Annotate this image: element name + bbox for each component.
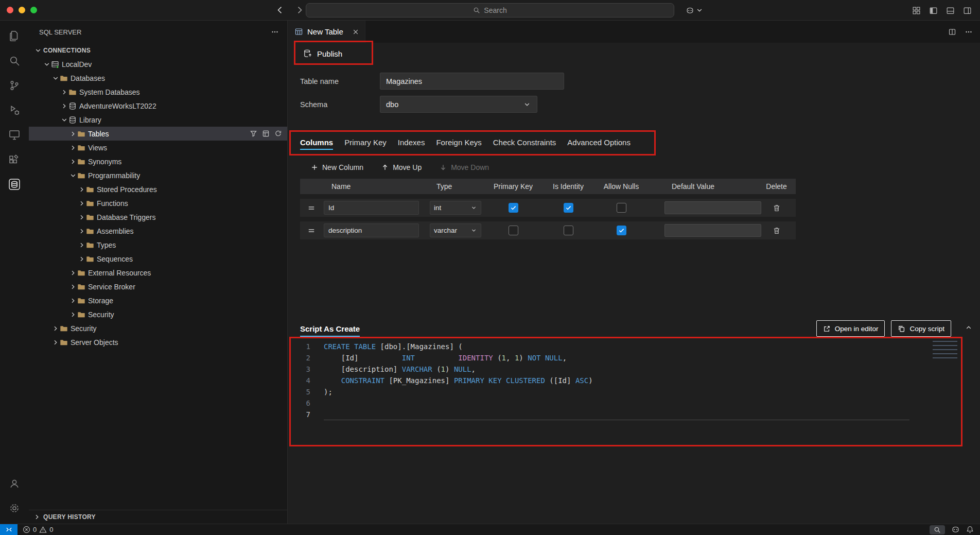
tree-item-connections[interactable]: CONNECTIONS [29, 43, 287, 57]
designer-tab-foreign-keys[interactable]: Foreign Keys [432, 132, 485, 152]
tree-item-synonyms[interactable]: Synonyms [29, 154, 287, 168]
zoom-window-button[interactable] [30, 7, 37, 13]
tree-item-system-databases[interactable]: System Databases [29, 85, 287, 99]
column-name-input[interactable] [324, 223, 419, 237]
minimap[interactable] [933, 341, 957, 361]
tree-item-service-broker[interactable]: Service Broker [29, 280, 287, 294]
drag-handle-icon[interactable] [300, 227, 323, 235]
activity-search-icon[interactable] [0, 48, 29, 73]
notifications-bell-icon[interactable] [966, 526, 974, 533]
tree-item-types[interactable]: Types [29, 238, 287, 252]
tree-item-assemblies[interactable]: Assemblies [29, 224, 287, 238]
activity-explorer-icon[interactable] [0, 24, 29, 48]
default-value-input[interactable] [664, 201, 761, 214]
more-actions-icon[interactable] [271, 28, 279, 36]
designer-tab-primary-key[interactable]: Primary Key [340, 132, 391, 152]
tree-item-label: Databases [71, 74, 105, 82]
back-icon[interactable] [275, 5, 285, 15]
chevron-right-icon [69, 283, 77, 291]
activity-settings-gear-icon[interactable] [0, 496, 29, 521]
designer-tab-advanced-options[interactable]: Advanced Options [563, 132, 635, 152]
forward-icon[interactable] [295, 5, 305, 15]
close-tab-icon[interactable] [352, 28, 360, 36]
tree-item-external-resources[interactable]: External Resources [29, 266, 287, 280]
delete-column-button[interactable] [771, 202, 783, 214]
activity-sql-server-icon[interactable] [0, 172, 29, 197]
column-row-description: varchar [300, 221, 796, 239]
tree-item-sequences[interactable]: Sequences [29, 252, 287, 266]
zoom-icon[interactable] [930, 525, 945, 534]
column-type-dropdown[interactable]: int [430, 201, 481, 215]
allow-nulls-checkbox[interactable] [617, 226, 626, 235]
refresh-icon[interactable] [274, 130, 282, 137]
layout-grid-icon[interactable] [912, 6, 921, 15]
designer-tab-check-constraints[interactable]: Check Constraints [489, 132, 561, 152]
table-name-input[interactable] [380, 73, 564, 90]
new-column-button[interactable]: New Column [310, 163, 363, 171]
script-editor[interactable]: 1CREATE TABLE [dbo].[Magazines] (2 [Id] … [288, 341, 980, 420]
minimize-window-button[interactable] [19, 7, 25, 13]
tree-item-databases[interactable]: Databases [29, 71, 287, 85]
activity-run-debug-icon[interactable] [0, 98, 29, 123]
tree-item-stored-procedures[interactable]: Stored Procedures [29, 182, 287, 196]
publish-button[interactable]: Publish [300, 46, 345, 61]
tree-item-security[interactable]: Security [29, 321, 287, 335]
copilot-menu[interactable] [686, 0, 704, 21]
chevron-down-icon [43, 60, 51, 68]
tree-item-server-objects[interactable]: Server Objects [29, 335, 287, 349]
allow-nulls-checkbox[interactable] [617, 203, 626, 213]
query-history-section[interactable]: QUERY HISTORY [29, 510, 287, 524]
chevron-right-icon [78, 255, 86, 263]
tree-item-security[interactable]: Security [29, 307, 287, 321]
schema-dropdown[interactable]: dbo [380, 96, 537, 113]
move-up-button[interactable]: Move Up [381, 163, 422, 171]
activity-source-control-icon[interactable] [0, 73, 29, 98]
is-identity-checkbox[interactable] [564, 203, 573, 213]
window-controls [7, 7, 37, 13]
is-identity-checkbox[interactable] [564, 226, 573, 235]
tree-item-functions[interactable]: Functions [29, 196, 287, 210]
column-header-delete: Delete [757, 182, 796, 191]
copilot-status-icon[interactable] [951, 525, 960, 534]
default-value-input[interactable] [664, 224, 761, 237]
chevron-down-icon [470, 204, 477, 211]
tree-item-storage[interactable]: Storage [29, 294, 287, 307]
tree-item-library[interactable]: Library [29, 113, 287, 127]
copy-script-button[interactable]: Copy script [891, 320, 951, 337]
move-down-button[interactable]: Move Down [439, 163, 489, 171]
activity-account-icon[interactable] [0, 471, 29, 496]
problems-status[interactable]: 0 0 [23, 526, 53, 533]
column-type-dropdown[interactable]: varchar [430, 223, 481, 237]
tree-item-programmability[interactable]: Programmability [29, 168, 287, 182]
filter-icon[interactable] [250, 130, 257, 137]
designer-tab-indexes[interactable]: Indexes [394, 132, 429, 152]
command-center-search[interactable]: Search [306, 3, 674, 18]
layout-right-icon[interactable] [963, 6, 972, 15]
drag-handle-icon[interactable] [300, 204, 323, 212]
ellipsis-icon[interactable] [965, 28, 973, 36]
history-nav [275, 5, 305, 15]
activity-extensions-icon[interactable] [0, 147, 29, 172]
tree-item-localdev[interactable]: LocalDev [29, 57, 287, 71]
chevron-up-icon[interactable] [965, 323, 973, 332]
column-name-input[interactable] [324, 201, 419, 215]
tree-item-views[interactable]: Views [29, 141, 287, 154]
activity-remote-explorer-icon[interactable] [0, 123, 29, 147]
layout-bottom-icon[interactable] [946, 6, 955, 15]
designer-tab-columns[interactable]: Columns [296, 132, 337, 152]
tab-new-table[interactable]: New Table [288, 21, 365, 43]
tree-item-database-triggers[interactable]: Database Triggers [29, 210, 287, 224]
layout-left-icon[interactable] [929, 6, 938, 15]
tree-item-adventureworkslt2022[interactable]: AdventureWorksLT2022 [29, 99, 287, 113]
split-editor-icon[interactable] [948, 28, 956, 36]
tree-item-tables[interactable]: Tables [29, 127, 287, 141]
publish-label: Publish [317, 49, 342, 58]
editor-area: New Table Publish Table name Schema [288, 21, 980, 524]
primary-key-checkbox[interactable] [509, 226, 518, 235]
delete-column-button[interactable] [771, 225, 783, 237]
open-in-editor-button[interactable]: Open in editor [816, 320, 885, 337]
table-icon[interactable] [262, 130, 270, 137]
primary-key-checkbox[interactable] [509, 203, 518, 213]
remote-indicator[interactable] [0, 524, 18, 535]
close-window-button[interactable] [7, 7, 13, 13]
